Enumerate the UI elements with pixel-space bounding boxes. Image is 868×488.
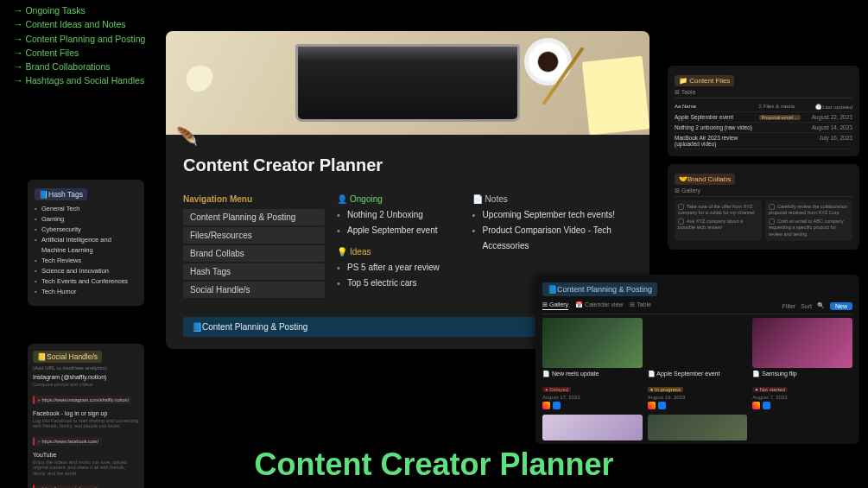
hashtag-item[interactable]: Tech Reviews — [35, 256, 137, 266]
nav-menu-item[interactable]: Content Planning & Posting — [183, 209, 325, 225]
nav-link[interactable]: → Brand Collaborations — [14, 60, 145, 73]
nav-menu-header: Navigation Menu — [183, 194, 325, 204]
product-title: Content Creator Planner — [254, 447, 613, 483]
hashtag-item[interactable]: Science and Innovation — [35, 266, 137, 276]
status-badge: ● Delayed — [542, 387, 571, 392]
feather-icon: 🪶 — [176, 126, 198, 147]
notes-item[interactable]: Upcoming September tech events! — [472, 207, 632, 223]
checkbox-icon[interactable] — [678, 219, 684, 225]
card-thumbnail — [752, 318, 852, 368]
ideas-header: 💡Ideas — [337, 247, 460, 257]
instagram-icon — [648, 402, 656, 409]
nav-menu-item[interactable]: Social Handle/s — [183, 282, 325, 298]
content-planning-header: 📘Content Planning & Posting — [542, 282, 657, 296]
card-thumbnail[interactable] — [648, 415, 748, 440]
file-row[interactable]: Apple September event Proposal email ...… — [675, 112, 852, 123]
social-item[interactable]: YouTube Enjoy the videos and music you l… — [33, 452, 139, 488]
content-files-panel: 📁 Content Files ⊞ Table Aa Name ≡ Files … — [668, 66, 859, 156]
social-item[interactable]: Facebook - log in or sign up Log into Fa… — [33, 410, 139, 447]
notes-header: 📄Notes — [472, 194, 632, 204]
nav-link[interactable]: → Content Files — [14, 46, 145, 60]
card-thumbnail — [648, 318, 748, 368]
filter-button[interactable]: Filter — [782, 303, 796, 309]
social-handles-card: 📒Social Handle/s (Add URL to track/see a… — [28, 344, 144, 488]
collab-card[interactable]: Carefully review the collaboration propo… — [765, 200, 852, 241]
checkbox-icon[interactable] — [678, 204, 684, 210]
hashtag-item[interactable]: Cybersecurity — [35, 225, 137, 235]
file-row[interactable]: Nothing 2 unboxing (raw video) August 14… — [675, 123, 852, 133]
nav-link[interactable]: → Content Ideas and Notes — [14, 17, 145, 31]
brand-collabs-tab[interactable]: ⊞ Gallery — [675, 187, 852, 197]
nav-link[interactable]: → Ongoing Tasks — [14, 3, 145, 17]
hashtag-item[interactable]: Tech Humor — [35, 287, 137, 297]
checkbox-icon[interactable] — [769, 204, 775, 210]
view-calendar[interactable]: 📅 Calendar view — [575, 301, 623, 310]
nav-link[interactable]: → Hashtags and Social Handles — [14, 73, 145, 87]
nav-link[interactable]: → Content Planning and Posting — [14, 32, 145, 46]
nav-menu-item[interactable]: Brand Collabs — [183, 245, 325, 262]
ideas-item[interactable]: Top 5 electric cars — [337, 276, 460, 291]
nav-menu-item[interactable]: Hash Tags — [183, 263, 325, 280]
content-files-tab[interactable]: ⊞ Table — [675, 89, 852, 98]
instagram-icon — [542, 402, 550, 409]
brand-collabs-header: 🤝Brand Collabs — [675, 174, 735, 185]
notes-item[interactable]: Product Comparison Video - Tech Accessor… — [472, 223, 632, 254]
facebook-icon — [763, 402, 770, 409]
hashtags-card: 📘Hash Tags General Tech Gaming Cybersecu… — [28, 180, 144, 306]
social-header: 📒Social Handle/s — [33, 351, 102, 363]
nav-menu-item[interactable]: Files/Resources — [183, 227, 325, 244]
hashtag-item[interactable]: Artificial Intelligence and Machine Lear… — [35, 235, 137, 256]
section-nav: → Ongoing Tasks → Content Ideas and Note… — [14, 3, 145, 88]
new-button[interactable]: New — [830, 302, 852, 310]
hero-image — [166, 31, 649, 135]
instagram-icon — [752, 402, 760, 409]
hashtag-item[interactable]: General Tech — [35, 204, 137, 214]
status-badge: ● In progress — [648, 387, 683, 392]
social-url[interactable]: ▸ https://www.instagram.com/shaffly.noti… — [33, 396, 132, 404]
hashtag-item[interactable]: Gaming — [35, 214, 137, 225]
status-badge: ● Not started — [752, 387, 788, 392]
card-thumbnail — [542, 318, 643, 368]
card-thumbnail[interactable] — [542, 415, 643, 440]
checkbox-icon[interactable] — [769, 219, 775, 225]
file-row[interactable]: MacBook Air 2023 review (uploaded video)… — [675, 133, 852, 149]
sort-button[interactable]: Sort — [801, 303, 812, 309]
facebook-icon — [658, 402, 666, 409]
view-gallery[interactable]: ⊞ Gallery — [542, 301, 568, 310]
social-url[interactable]: ▸ https://www.facebook.com/ — [33, 437, 102, 446]
ideas-item[interactable]: PS 5 after a year review — [337, 260, 460, 276]
social-url[interactable]: ▸ https://www.youtube.com/ — [33, 485, 99, 488]
search-icon[interactable]: 🔍 — [817, 302, 825, 309]
content-card[interactable]: 📄 New reels update ● Delayed August 17, … — [542, 318, 643, 409]
facebook-icon — [553, 402, 561, 409]
brand-collabs-panel: 🤝Brand Collabs ⊞ Gallery Take note of th… — [668, 164, 859, 250]
ongoing-item[interactable]: Nothing 2 Unboxing — [337, 207, 460, 223]
social-item[interactable]: Instagram (@shaffly.notion) Compose phot… — [33, 374, 139, 405]
hashtag-item[interactable]: Tech Events and Conferences — [35, 276, 137, 287]
content-card[interactable]: 📄 Samsung flip ● Not started August 7, 2… — [752, 318, 852, 409]
ongoing-header: 👤Ongoing — [337, 194, 460, 204]
view-table[interactable]: ⊞ Table — [630, 301, 651, 310]
ongoing-item[interactable]: Apple September event — [337, 223, 460, 238]
content-files-header: 📁 Content Files — [675, 75, 734, 86]
collab-card[interactable]: Take note of the offer from XYZ company … — [675, 200, 762, 241]
page-title: Content Creator Planner — [183, 155, 632, 175]
social-subtext: (Add URL to track/see analytics) — [33, 365, 139, 371]
content-card[interactable]: 📄 Apple September event ● In progress Au… — [648, 318, 748, 409]
hashtags-header: 📘Hash Tags — [35, 188, 87, 200]
content-planning-panel: 📘Content Planning & Posting ⊞ Gallery 📅 … — [535, 275, 859, 444]
